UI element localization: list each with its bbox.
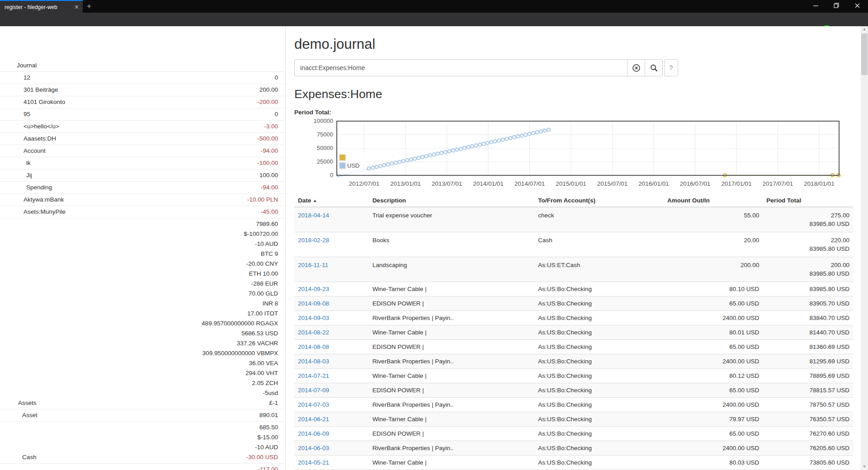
account-link[interactable]: Aaasets:DH [0,134,56,144]
transaction-row[interactable]: 2014-09-08EDISON POWER |As:US:Bo:Checkin… [294,296,853,311]
window-restore-button[interactable] [828,0,844,13]
new-tab-button[interactable]: + [87,2,91,11]
account-link[interactable]: Account [0,146,46,156]
transaction-row[interactable]: 2014-08-03RiverBank Properties | Payin..… [294,354,853,369]
clear-query-button[interactable] [627,59,645,76]
transaction-date-link[interactable]: 2014-07-03 [298,401,329,408]
transaction-row[interactable]: 2014-06-09EDISON POWER |As:US:Bo:Checkin… [294,427,853,441]
account-link[interactable]: Assets [0,398,37,408]
vertical-scrollbar[interactable]: ▲ ▼ [861,26,868,470]
transaction-amount: 80.03 USD [664,456,763,470]
transaction-description: RiverBank Properties | Payin.. [369,354,535,369]
transaction-date-link[interactable]: 2014-06-09 [298,430,329,437]
window-minimize-button[interactable] [807,0,824,13]
query-input[interactable] [294,59,627,76]
sidebar-account-row: Aktywa:mBank-10.00 PLN [0,194,285,206]
accounts-sidebar: Journal120301 Beiträge200.004101 Girokon… [0,26,286,470]
account-link[interactable]: Cash [0,452,37,462]
column-header: To/From Account(s) [534,194,664,207]
svg-text:100000: 100000 [314,118,333,124]
transaction-account: As:US:Bo:Checking [534,412,664,427]
period-total-chart: 02500050000750001000002012/07/012013/01/… [294,118,853,190]
transaction-account: As:US:Bo:Checking [534,383,664,398]
running-total: 78895.69 USD [763,369,853,383]
transaction-row[interactable]: 2014-09-03RiverBank Properties | Payin..… [294,311,853,325]
transaction-row[interactable]: 2018-04-14Trial expense vouchercheck55.0… [294,207,853,232]
transaction-date-link[interactable]: 2014-06-03 [298,445,329,451]
transaction-date-link[interactable]: 2014-09-08 [298,300,329,307]
account-link[interactable]: <u>hello</u> [0,122,59,132]
svg-text:2015/01/01: 2015/01/01 [556,180,586,187]
scrollbar-thumb[interactable] [861,33,868,75]
account-link[interactable]: Asets:MunyPile [0,207,66,217]
sidebar-account-row: Spending-94.00 [0,182,285,194]
transaction-row[interactable]: 2014-06-03RiverBank Properties | Payin..… [294,441,853,456]
transaction-account: As:US:Bo:Checking [534,340,664,354]
transaction-account: As:US:Bo:Checking [534,354,664,369]
main-content: demo.journal ? Expenses:Home Period Tota… [294,26,853,470]
scroll-down-icon[interactable]: ▼ [861,464,868,470]
account-balance: 0 [274,109,285,119]
help-button[interactable]: ? [664,59,678,76]
window-close-button[interactable] [849,0,865,13]
running-total: 73805.60 USD [763,456,853,470]
account-link[interactable]: Aktywa:mBank [0,195,64,205]
account-link[interactable]: Jij [0,170,32,180]
account-link[interactable]: Asset [0,410,38,420]
transaction-date-link[interactable]: 2014-07-09 [298,387,329,394]
account-link[interactable]: 12 [0,73,30,83]
scroll-up-icon[interactable]: ▲ [861,26,868,33]
sidebar-account-row: Asets:MunyPile-45.00 [0,206,285,218]
transaction-row[interactable]: 2018-02-28BooksCash20.00220.0083985.80 U… [294,232,853,257]
account-link[interactable]: lk [0,158,31,168]
transaction-date-link[interactable]: 2014-06-21 [298,416,329,423]
transaction-amount: 80.12 USD [664,369,763,383]
svg-text:25000: 25000 [317,158,333,165]
transaction-date-link[interactable]: 2014-08-03 [298,358,329,365]
transaction-date-link[interactable]: 2014-05-21 [298,459,329,466]
running-total: 76270.60 USD [763,427,853,441]
transaction-date-link[interactable]: 2018-04-14 [298,212,329,219]
sidebar-account-row: Aaasets:DH-500.00 [0,133,285,145]
transaction-date-link[interactable]: 2014-09-03 [298,315,329,321]
browser-tab[interactable]: register - hledger-web ✕ [0,0,83,13]
account-balance: 685.50$-15.00-10 AUD-30.00 USD [246,423,285,462]
transaction-date-link[interactable]: 2016-11-11 [298,262,328,268]
sidebar-account-row: Jij100.00 [0,169,285,182]
transaction-date-link[interactable]: 2014-08-08 [298,343,329,350]
transaction-description: Wine-Tarner Cable | [369,282,535,296]
transaction-description: RiverBank Properties | Payin.. [369,311,535,325]
transaction-date-link[interactable]: 2014-07-21 [298,372,329,379]
transaction-account: As:US:Bo:Checking [534,369,664,383]
account-link[interactable]: Journal [0,61,37,70]
transaction-amount: 200.00 [664,257,763,282]
account-link[interactable]: 4101 Girokonto [0,97,65,107]
transaction-row[interactable]: 2014-06-21Wine-Tarner Cable |As:US:Bo:Ch… [294,412,853,427]
transaction-date-link[interactable]: 2014-08-22 [298,329,329,336]
account-link[interactable]: Spending [0,183,52,193]
tab-close-icon[interactable]: ✕ [74,4,79,10]
transaction-row[interactable]: 2014-07-03RiverBank Properties | Payin..… [294,398,853,412]
transaction-date-link[interactable]: 2014-09-23 [298,286,329,292]
transaction-amount: 80.10 USD [664,282,763,296]
transaction-row[interactable]: 2014-07-21Wine-Tarner Cable |As:US:Bo:Ch… [294,369,853,383]
sidebar-account-row: 4101 Girokonto-200.00 [0,96,285,108]
transaction-row[interactable]: 2014-05-21Wine-Tarner Cable |As:US:Bo:Ch… [294,456,853,470]
transaction-description: Wine-Tarner Cable | [369,325,535,340]
query-form: ? [294,59,853,76]
transaction-date-link[interactable]: 2018-02-28 [298,237,329,244]
transaction-row[interactable]: 2016-11-11LandscapingAs:US:ET:Cash200.00… [294,257,853,282]
sidebar-account-row: Cash685.50$-15.00-10 AUD-30.00 USD [0,422,285,464]
svg-text:2017/01/01: 2017/01/01 [721,180,752,187]
transaction-row[interactable]: 2014-07-09EDISON POWER |As:US:Bo:Checkin… [294,383,853,398]
running-total: 81440.70 USD [763,325,853,340]
transaction-row[interactable]: 2014-08-08EDISON POWER |As:US:Bo:Checkin… [294,340,853,354]
account-link[interactable]: 301 Beiträge [0,85,58,95]
period-total-label: Period Total: [294,109,853,116]
transaction-row[interactable]: 2014-08-22Wine-Tarner Cable |As:US:Bo:Ch… [294,325,853,340]
transaction-row[interactable]: 2014-09-23Wine-Tarner Cable |As:US:Bo:Ch… [294,282,853,296]
sidebar-account-row: Account-94.00 [0,145,285,157]
column-header[interactable]: Date▲ [294,194,369,207]
account-link[interactable]: 95 [0,109,30,119]
search-submit-button[interactable] [645,59,663,76]
